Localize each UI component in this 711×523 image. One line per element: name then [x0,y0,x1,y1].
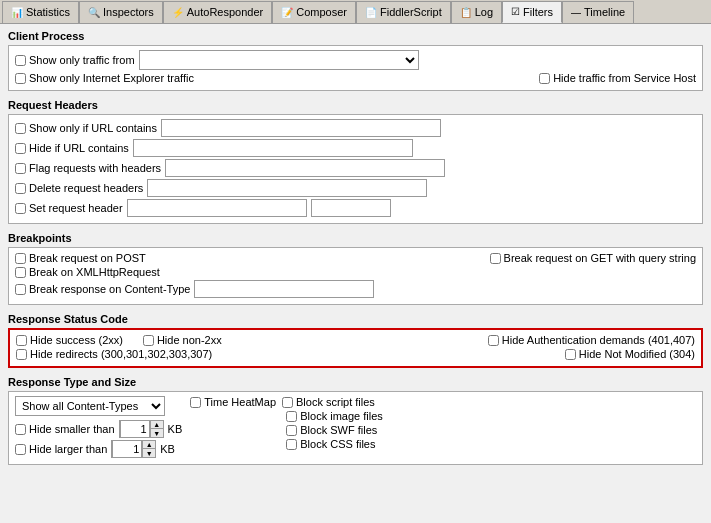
break-xmlhttp-checkbox[interactable] [15,267,26,278]
hide-non2xx-label[interactable]: Hide non-2xx [143,334,222,346]
tab-timeline[interactable]: — Timeline [562,1,634,23]
hide-not-modified-checkbox[interactable] [565,349,576,360]
hide-url-input[interactable] [133,139,413,157]
block-swf-row: Block SWF files [190,424,383,436]
hide-not-modified-label[interactable]: Hide Not Modified (304) [565,348,695,360]
hide-larger-down-btn[interactable]: ▼ [143,449,155,457]
flag-requests-checkbox[interactable] [15,163,26,174]
time-heatmap-checkbox[interactable] [190,397,201,408]
log-icon: 📋 [460,7,472,18]
hide-larger-checkbox[interactable] [15,444,26,455]
hide-success-label[interactable]: Hide success (2xx) [16,334,123,346]
rts-left: Show all Content-TypesHide image filesSh… [15,396,182,460]
hide-smaller-kb: KB [168,423,183,435]
request-headers-section: Request Headers Show only if URL contain… [8,99,703,224]
break-content-type-label[interactable]: Break response on Content-Type [15,283,190,295]
show-only-traffic-checkbox[interactable] [15,55,26,66]
set-header-label[interactable]: Set request header [15,202,123,214]
tab-log[interactable]: 📋 Log [451,1,502,23]
hide-auth-label[interactable]: Hide Authentication demands (401,407) [488,334,695,346]
response-status-label: Response Status Code [8,313,703,325]
hide-smaller-down-btn[interactable]: ▼ [151,429,163,437]
breakpoints-content: Break request on POST Break request on G… [8,247,703,305]
time-heatmap-row: Time HeatMap Block script files [190,396,383,408]
break-content-type-input[interactable] [194,280,374,298]
set-header-name-input[interactable] [127,199,307,217]
hide-smaller-spinner[interactable]: ▲ ▼ [119,420,164,438]
break-post-checkbox[interactable] [15,253,26,264]
request-headers-label: Request Headers [8,99,703,111]
flag-requests-input[interactable] [165,159,445,177]
content-type-dropdown[interactable]: Show all Content-TypesHide image filesSh… [15,396,165,416]
block-script-label[interactable]: Block script files [282,396,375,408]
filters-icon: ☑ [511,6,520,17]
delete-headers-label[interactable]: Delete request headers [15,182,143,194]
tab-composer[interactable]: 📝 Composer [272,1,356,23]
hide-smaller-checkbox[interactable] [15,424,26,435]
inspectors-icon: 🔍 [88,7,100,18]
hide-redirects-label[interactable]: Hide redirects (300,301,302,303,307) [16,348,212,360]
hide-smaller-up-btn[interactable]: ▲ [151,421,163,429]
hide-larger-up-btn[interactable]: ▲ [143,441,155,449]
hide-redirects-checkbox[interactable] [16,349,27,360]
delete-headers-input[interactable] [147,179,427,197]
tab-fiddlerscript[interactable]: 📄 FiddlerScript [356,1,451,23]
request-headers-content: Show only if URL contains Hide if URL co… [8,114,703,224]
flag-requests-label[interactable]: Flag requests with headers [15,162,161,174]
hide-smaller-label[interactable]: Hide smaller than [15,423,115,435]
hide-larger-spinner[interactable]: ▲ ▼ [111,440,156,458]
hide-traffic-service-host-label[interactable]: Hide traffic from Service Host [539,72,696,84]
show-only-url-row: Show only if URL contains [15,119,696,137]
hide-success-checkbox[interactable] [16,335,27,346]
hide-url-checkbox[interactable] [15,143,26,154]
breakpoints-label: Breakpoints [8,232,703,244]
content-type-row: Show all Content-TypesHide image filesSh… [15,396,182,416]
show-only-ie-checkbox[interactable] [15,73,26,84]
response-type-label: Response Type and Size [8,376,703,388]
bp-row2: Break on XMLHttpRequest [15,266,696,278]
delete-headers-checkbox[interactable] [15,183,26,194]
break-xmlhttp-label[interactable]: Break on XMLHttpRequest [15,266,160,278]
hide-larger-input[interactable] [112,440,142,458]
main-content: Client Process Show only traffic from Sh… [0,24,711,523]
show-only-url-checkbox[interactable] [15,123,26,134]
client-process-section: Client Process Show only traffic from Sh… [8,30,703,91]
rts-right: Time HeatMap Block script files Block im… [190,396,383,460]
rsc-row1: Hide success (2xx) Hide non-2xx Hide Aut… [16,334,695,346]
response-status-section: Response Status Code Hide success (2xx) … [8,313,703,368]
traffic-from-dropdown[interactable] [139,50,419,70]
break-get-checkbox[interactable] [490,253,501,264]
show-only-url-input[interactable] [161,119,441,137]
block-css-checkbox[interactable] [286,439,297,450]
hide-url-label[interactable]: Hide if URL contains [15,142,129,154]
rsc-row2: Hide redirects (300,301,302,303,307) Hid… [16,348,695,360]
statistics-icon: 📊 [11,7,23,18]
set-header-value-input[interactable] [311,199,391,217]
block-swf-checkbox[interactable] [286,425,297,436]
set-header-checkbox[interactable] [15,203,26,214]
break-content-type-checkbox[interactable] [15,284,26,295]
block-css-label[interactable]: Block CSS files [286,438,375,450]
tab-autoresponder[interactable]: ⚡ AutoResponder [163,1,272,23]
tab-filters[interactable]: ☑ Filters [502,1,562,23]
show-only-ie-label[interactable]: Show only Internet Explorer traffic [15,72,194,84]
response-type-section: Response Type and Size Show all Content-… [8,376,703,465]
time-heatmap-label[interactable]: Time HeatMap [190,396,276,408]
tab-inspectors[interactable]: 🔍 Inspectors [79,1,163,23]
hide-larger-label[interactable]: Hide larger than [15,443,107,455]
block-image-label[interactable]: Block image files [286,410,383,422]
hide-smaller-input[interactable] [120,420,150,438]
break-post-label[interactable]: Break request on POST [15,252,146,264]
block-swf-label[interactable]: Block SWF files [286,424,377,436]
breakpoints-section: Breakpoints Break request on POST Break … [8,232,703,305]
block-image-checkbox[interactable] [286,411,297,422]
hide-non2xx-checkbox[interactable] [143,335,154,346]
show-only-traffic-label[interactable]: Show only traffic from [15,54,135,66]
break-get-label[interactable]: Break request on GET with query string [490,252,696,264]
show-only-url-label[interactable]: Show only if URL contains [15,122,157,134]
block-script-checkbox[interactable] [282,397,293,408]
fiddlerscript-icon: 📄 [365,7,377,18]
tab-statistics[interactable]: 📊 Statistics [2,1,79,23]
hide-auth-checkbox[interactable] [488,335,499,346]
hide-traffic-service-host-checkbox[interactable] [539,73,550,84]
